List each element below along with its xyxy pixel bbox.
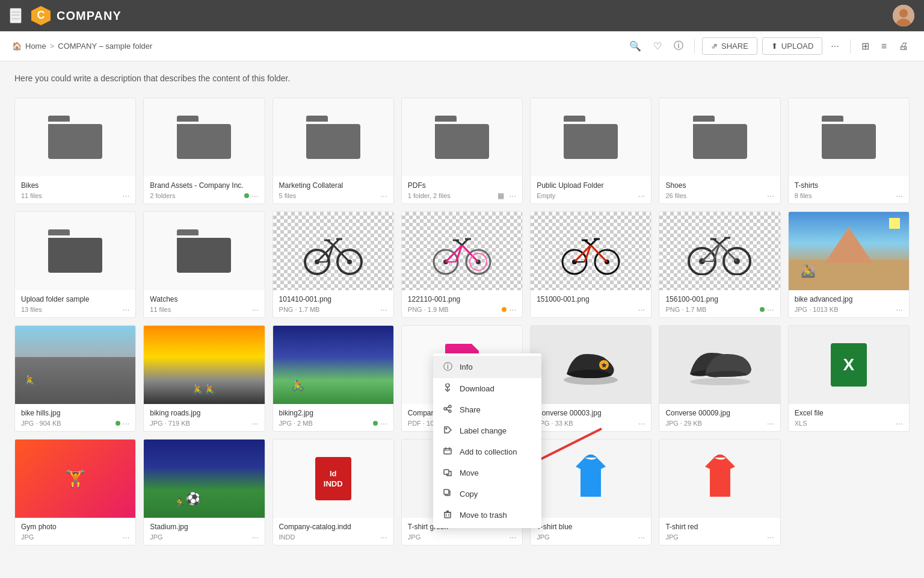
more-icon[interactable]: ··· [509,533,516,541]
avatar[interactable] [893,5,914,26]
context-menu-item-info[interactable]: ⓘ Info [433,356,541,378]
context-menu-item-move[interactable]: Move [433,462,541,483]
file-card-watches[interactable]: Watches 11 files ··· [143,211,265,318]
file-card-bike-hills[interactable]: 🚴 bike hills.jpg JPG · 904 KB ··· [14,325,136,432]
context-menu-item-copy[interactable]: Copy [433,483,541,505]
file-card-biking-roads[interactable]: 🚴🚴 biking roads.jpg JPG · 719 KB ··· [143,325,265,432]
more-icon[interactable]: ··· [380,419,387,427]
more-icon[interactable]: ··· [380,533,387,541]
upload-button[interactable]: ⬆ UPLOAD [762,37,822,55]
app-title: COMPANY [57,9,122,23]
toolbar: 🏠 Home > COMPANY – sample folder 🔍 ♡ ⓘ ⇗… [0,31,924,61]
more-icon[interactable]: ··· [123,419,130,427]
file-size: XLS [795,420,807,427]
file-card-converse-3[interactable]: ★ Converse 00003.jpg JPG · 33 KB ··· [530,325,651,432]
file-thumb: ⚽ 🏃 [144,440,264,518]
file-info: Watches 11 files ··· [144,290,264,317]
more-icon[interactable]: ··· [123,191,130,200]
file-actions: ··· [502,305,516,314]
context-menu-item-trash[interactable]: Move to trash [433,505,541,526]
file-card-tshirts[interactable]: T-shirts 8 files ··· [788,98,910,204]
file-size: Empty [537,192,555,199]
more-icon[interactable]: ··· [896,305,903,314]
file-card-excel[interactable]: X Excel file XLS ··· [788,325,910,432]
more-icon[interactable]: ··· [638,191,645,200]
file-meta: INDD ··· [279,533,387,541]
file-thumb: 🚴🚴 [144,326,264,404]
file-meta: JPG · 29 KB ··· [665,419,774,427]
more-icon[interactable]: ··· [767,305,774,314]
more-icon[interactable]: ··· [638,419,645,427]
file-card-156100[interactable]: 156100-001.png PNG · 1.7 MB ··· [659,211,780,318]
file-card-122110[interactable]: 122110-001.png PNG · 1.9 MB ··· [401,211,523,318]
more-icon[interactable]: ··· [251,305,259,314]
more-icon[interactable]: ··· [896,419,903,427]
file-card-upload-sample[interactable]: Upload folder sample 13 files ··· [14,211,136,318]
more-icon[interactable]: ··· [767,419,774,427]
file-name: PDFs [408,181,516,190]
file-card-151000[interactable]: 151000-001.png ··· [530,211,651,318]
file-card-pdfs[interactable]: PDFs 1 folder, 2 files ▦ ··· [401,98,523,204]
file-meta: Empty ··· [537,191,645,200]
more-icon[interactable]: ··· [896,191,903,200]
file-meta: ··· [537,305,645,314]
more-icon[interactable]: ··· [123,533,130,541]
more-icon[interactable]: ··· [251,419,259,427]
context-menu-item-share[interactable]: Share [433,399,541,420]
file-card-brand-assets[interactable]: Brand Assets - Company Inc. 2 folders ··… [143,98,265,204]
share-button[interactable]: ⇗ SHARE [702,37,757,55]
sort-button[interactable]: ≡ [878,39,890,54]
avatar-image [893,5,914,26]
file-meta: JPG ··· [21,533,129,541]
file-card-tshirt-red[interactable]: T-shirt red JPG ··· [659,439,780,545]
main-content: Here you could write a description that … [0,61,924,578]
shoe-svg: ★ [561,341,621,389]
more-button[interactable]: ··· [827,39,842,54]
move-icon [443,468,452,478]
file-card-indd[interactable]: Id INDD Company-catalog.indd INDD ··· [273,439,394,545]
more-icon[interactable]: ··· [380,305,387,314]
print-button[interactable]: 🖨 [895,39,912,54]
grid-view-button[interactable]: ⊞ [858,38,873,54]
context-menu-item-add-collection[interactable]: Add to collection [433,441,541,462]
file-info: 101410-001.png PNG · 1.7 MB ··· [273,290,393,317]
file-card-converse-9[interactable]: Converse 00009.jpg JPG · 29 KB ··· [659,325,780,432]
more-icon[interactable]: ··· [380,191,387,200]
file-card-bike-advanced[interactable]: 🚵 bike advanced.jpg JPG · 1013 KB ··· [788,211,910,318]
more-icon[interactable]: ··· [767,191,774,200]
menu-button[interactable]: ☰ [10,8,22,23]
more-icon[interactable]: ··· [509,191,516,200]
svg-rect-67 [444,449,451,454]
more-icon[interactable]: ··· [251,533,259,541]
more-icon[interactable]: ··· [509,305,516,314]
context-menu-item-download[interactable]: Download [433,378,541,399]
search-button[interactable]: 🔍 [626,38,645,54]
bike-image [300,227,366,275]
file-card-bikes[interactable]: Bikes 11 files ··· [14,98,136,204]
more-icon[interactable]: ··· [767,533,774,541]
more-icon[interactable]: ··· [638,533,645,541]
file-card-biking2[interactable]: 🚴 biking2.jpg JPG · 2 MB ··· [273,325,394,432]
info-button[interactable]: ⓘ [670,37,687,55]
cyclist-icon: 🚴 [291,379,304,392]
more-icon[interactable]: ··· [123,305,130,314]
file-card-marketing[interactable]: Marketing Collateral 5 files ··· [273,98,394,204]
breadcrumb-sep: > [50,42,55,51]
file-card-gym[interactable]: 🏋️ Gym photo JPG ··· [14,439,136,545]
trash-icon [443,510,452,520]
sun [889,218,900,229]
file-info: Upload folder sample 13 files ··· [15,290,135,317]
file-card-tshirt-blue[interactable]: T-shirt blue JPG ··· [530,439,651,545]
file-card-101410[interactable]: 101410-001.png PNG · 1.7 MB ··· [273,211,394,318]
favorite-button[interactable]: ♡ [650,38,665,54]
file-card-shoes[interactable]: Shoes 26 files ··· [659,98,780,204]
breadcrumb-home-link[interactable]: Home [25,42,46,51]
file-size: 1 folder, 2 files [408,192,451,199]
file-name: Stadium.jpg [150,523,258,531]
folder-thumb [144,212,264,290]
more-icon[interactable]: ··· [638,305,645,314]
more-icon[interactable]: ··· [251,191,259,200]
file-card-upload[interactable]: Public Upload Folder Empty ··· [530,98,651,204]
file-card-stadium[interactable]: ⚽ 🏃 Stadium.jpg JPG ··· [143,439,265,545]
context-menu-item-label-change[interactable]: Label change [433,420,541,441]
